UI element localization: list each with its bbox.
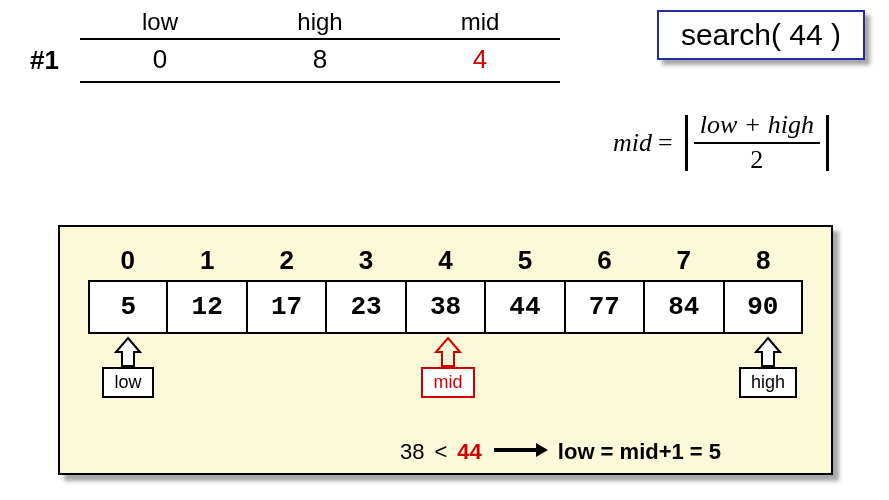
array-col: 890: [724, 245, 803, 334]
pointer-low-label: low: [102, 367, 153, 398]
array-col: 784: [644, 245, 723, 334]
array-index: 7: [644, 245, 723, 280]
pointer-row: low mid high: [88, 336, 803, 416]
array-panel: 05 112 217 323 438 544 677 784 890 low m…: [58, 225, 833, 475]
svg-marker-1: [436, 338, 460, 366]
array-value: 38: [406, 280, 485, 334]
comparison-result: low = mid+1 = 5: [558, 439, 721, 465]
array-index: 6: [565, 245, 644, 280]
comparison-line: 38 < 44 low = mid+1 = 5: [400, 439, 721, 465]
array-col: 438: [406, 245, 485, 334]
fraction: low + high 2: [694, 111, 820, 174]
array-col: 677: [565, 245, 644, 334]
state-table: low high mid #1 0 8 4: [30, 8, 560, 83]
state-value-low: 0: [80, 40, 240, 81]
formula-eq: =: [658, 128, 673, 158]
array-value: 77: [565, 280, 644, 334]
array-index: 5: [485, 245, 564, 280]
array-index: 8: [724, 245, 803, 280]
array-value: 90: [724, 280, 803, 334]
pointer-high: high: [728, 336, 808, 398]
up-arrow-icon: [754, 336, 782, 371]
array-col: 05: [88, 245, 167, 334]
array-col: 323: [326, 245, 405, 334]
comparison-lhs: 38: [400, 439, 424, 465]
array-index: 4: [406, 245, 485, 280]
up-arrow-icon: [434, 336, 462, 371]
array-value: 5: [88, 280, 167, 334]
formula-numerator: low + high: [694, 111, 820, 144]
array-index: 0: [88, 245, 167, 280]
comparison-op: <: [434, 439, 447, 465]
svg-marker-2: [756, 338, 780, 366]
array-index: 2: [247, 245, 326, 280]
comparison-target: 44: [457, 439, 481, 465]
floor-brackets: low + high 2: [685, 115, 829, 171]
state-value-high: 8: [240, 40, 400, 81]
pointer-low: low: [88, 336, 168, 398]
array-col: 544: [485, 245, 564, 334]
svg-marker-4: [536, 443, 548, 457]
up-arrow-icon: [114, 336, 142, 371]
state-header-mid: mid: [400, 8, 560, 38]
right-arrow-icon: [492, 439, 548, 465]
array-value: 84: [644, 280, 723, 334]
search-label: search( 44 ): [681, 18, 841, 51]
array-index: 1: [167, 245, 246, 280]
array-value: 23: [326, 280, 405, 334]
array-col: 112: [167, 245, 246, 334]
formula-denominator: 2: [750, 144, 763, 175]
state-value-mid: 4: [400, 40, 560, 81]
array-value: 44: [485, 280, 564, 334]
state-header-low: low: [80, 8, 240, 38]
formula-lhs: mid: [613, 128, 652, 158]
mid-formula: mid = low + high 2: [613, 115, 829, 171]
state-row-label: #1: [30, 45, 80, 76]
array-row: 05 112 217 323 438 544 677 784 890: [88, 245, 803, 334]
pointer-high-label: high: [739, 367, 797, 398]
array-index: 3: [326, 245, 405, 280]
pointer-mid: mid: [408, 336, 488, 398]
array-col: 217: [247, 245, 326, 334]
state-header-high: high: [240, 8, 400, 38]
svg-marker-0: [116, 338, 140, 366]
array-value: 17: [247, 280, 326, 334]
array-value: 12: [167, 280, 246, 334]
search-badge: search( 44 ): [657, 10, 865, 60]
pointer-mid-label: mid: [421, 367, 474, 398]
